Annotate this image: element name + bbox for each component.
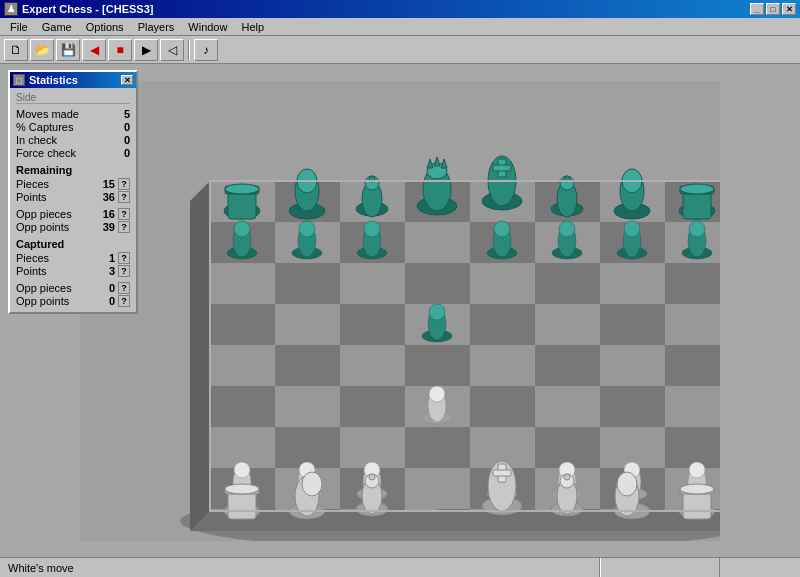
menu-item-options[interactable]: Options [80,20,130,34]
save-button[interactable]: 💾 [56,39,80,61]
svg-point-111 [299,221,315,237]
title-bar-buttons: _ □ ✕ [750,3,796,15]
statistics-body: Side Moves made 5 % Captures 0 In check … [10,88,136,312]
svg-point-120 [559,221,575,237]
svg-rect-46 [470,345,535,386]
svg-rect-29 [405,263,470,304]
toolbar-separator [188,40,190,60]
svg-rect-69 [405,468,470,509]
maximize-button[interactable]: □ [766,3,780,15]
opp-captured-points-help[interactable]: ? [118,295,130,307]
svg-rect-54 [470,386,535,427]
open-button[interactable]: 📂 [30,39,54,61]
svg-point-132 [234,462,250,478]
moves-made-value: 5 [110,108,130,120]
svg-rect-40 [600,304,665,345]
svg-rect-32 [600,263,665,304]
app-icon: ♟ [4,2,18,16]
remaining-points-help[interactable]: ? [118,191,130,203]
opp-pieces-lv: 16 ? [95,208,130,220]
captured-points-row: Points 3 ? [16,265,130,277]
force-check-value: 0 [110,147,130,159]
remaining-pieces-help[interactable]: ? [118,178,130,190]
remaining-pieces-value: 15 [95,178,115,190]
in-check-label: In check [16,134,57,146]
minimize-button[interactable]: _ [750,3,764,15]
menu-item-window[interactable]: Window [182,20,233,34]
prev-button[interactable]: ◁ [160,39,184,61]
moves-made-label: Moves made [16,108,79,120]
remaining-points-label: Points [16,191,47,203]
force-check-row: Force check 0 [16,147,130,159]
svg-point-160 [302,472,322,496]
svg-point-179 [680,484,714,494]
svg-point-117 [494,221,510,237]
svg-rect-41 [665,304,720,345]
svg-rect-30 [470,263,535,304]
svg-rect-57 [665,386,720,427]
back-button[interactable]: ◀ [82,39,106,61]
opp-captured-pieces-help[interactable]: ? [118,282,130,294]
captured-points-label: Points [16,265,47,277]
svg-point-126 [689,221,705,237]
svg-point-77 [225,184,259,194]
menu-item-players[interactable]: Players [132,20,181,34]
svg-rect-35 [275,304,340,345]
forward-button[interactable]: ▶ [134,39,158,61]
svg-point-123 [624,221,640,237]
opp-points-help[interactable]: ? [118,221,130,233]
opp-captured-points-lv: 0 ? [95,295,130,307]
statistics-panel: □ Statistics ✕ Side Moves made 5 % Captu… [8,70,138,314]
captured-pieces-value: 1 [95,252,115,264]
statistics-close-button[interactable]: ✕ [121,75,133,85]
in-check-value: 0 [110,134,130,146]
new-button[interactable]: 🗋 [4,39,28,61]
svg-point-172 [564,474,570,480]
svg-point-105 [680,184,714,194]
sound-button[interactable]: ♪ [194,39,218,61]
captured-pieces-label: Pieces [16,252,49,264]
opp-captured-pieces-row: Opp pieces 0 ? [16,282,130,294]
side-label: Side [16,92,130,104]
remaining-pieces-row: Pieces 15 ? [16,178,130,190]
opp-pieces-help[interactable]: ? [118,208,130,220]
stop-button[interactable]: ■ [108,39,132,61]
menu-item-game[interactable]: Game [36,20,78,34]
svg-rect-65 [665,427,720,468]
remaining-points-row: Points 36 ? [16,191,130,203]
svg-rect-43 [275,345,340,386]
remaining-header: Remaining [16,164,130,176]
captured-points-help[interactable]: ? [118,265,130,277]
svg-rect-26 [210,263,275,304]
close-button[interactable]: ✕ [782,3,796,15]
svg-point-175 [617,472,637,496]
svg-rect-49 [665,345,720,386]
statistics-title: Statistics [29,74,78,86]
svg-rect-27 [275,263,340,304]
opp-points-label: Opp points [16,221,69,233]
captured-pieces-help[interactable]: ? [118,252,130,264]
svg-rect-94 [493,165,511,171]
statistics-title-bar: □ Statistics ✕ [10,72,136,88]
status-section-1 [600,558,720,577]
menu-item-file[interactable]: File [4,20,34,34]
chess-board[interactable] [80,81,720,541]
svg-point-153 [689,462,705,478]
opp-points-row: Opp points 39 ? [16,221,130,233]
svg-rect-34 [210,304,275,345]
remaining-points-lv: 36 ? [95,191,130,203]
title-bar-left: ♟ Expert Chess - [CHESS3] [4,2,153,16]
opp-captured-points-row: Opp points 0 ? [16,295,130,307]
svg-point-141 [429,386,445,402]
svg-rect-56 [600,386,665,427]
svg-rect-50 [210,386,275,427]
menu-item-help[interactable]: Help [235,20,270,34]
opp-captured-pieces-label: Opp pieces [16,282,72,294]
svg-rect-21 [405,222,470,263]
svg-rect-28 [340,263,405,304]
captured-header: Captured [16,238,130,250]
captures-row: % Captures 0 [16,121,130,133]
svg-rect-33 [665,263,720,304]
opp-captured-pieces-value: 0 [95,282,115,294]
opp-pieces-label: Opp pieces [16,208,72,220]
